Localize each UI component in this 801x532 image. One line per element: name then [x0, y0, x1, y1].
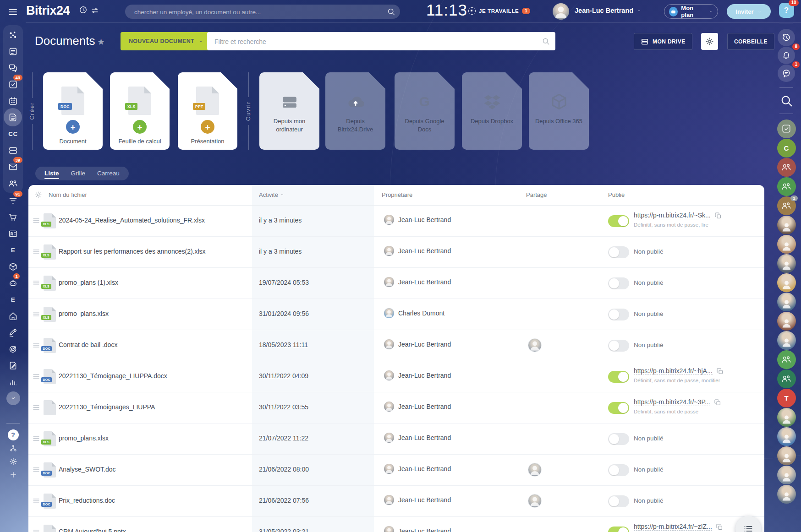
- publish-toggle[interactable]: [608, 402, 629, 414]
- copy-icon[interactable]: [714, 399, 721, 406]
- file-owner[interactable]: Jean-Luc Bertrand: [384, 495, 451, 505]
- drag-handle-icon[interactable]: [32, 403, 40, 412]
- shared-user-avatar[interactable]: [528, 494, 542, 508]
- file-name[interactable]: Analyse_SWOT.doc: [59, 466, 116, 473]
- drag-handle-icon[interactable]: [32, 248, 40, 256]
- create-card-feuille-de-calcul[interactable]: XLS+Feuille de calcul: [110, 72, 170, 150]
- open-card-depuis-mon-ordinateur[interactable]: Depuis mon ordinateur: [259, 72, 319, 150]
- column-name[interactable]: Nom du fichier: [49, 191, 87, 198]
- sidebar-item-warehouse[interactable]: [3, 308, 23, 324]
- file-name[interactable]: Rapport sur les performances des annonce…: [59, 248, 206, 255]
- sidebar-item-shop[interactable]: [3, 209, 23, 225]
- publish-toggle[interactable]: [608, 215, 629, 227]
- group-chat[interactable]: [777, 158, 796, 177]
- history-button[interactable]: [778, 29, 795, 46]
- app-logo[interactable]: Bitrix24: [26, 4, 70, 18]
- sidebar-item-more[interactable]: [3, 390, 23, 407]
- file-name[interactable]: promo_plans (1).xlsx: [59, 279, 118, 286]
- sidebar-item-marketing[interactable]: [3, 341, 23, 357]
- sidebar-item-structure[interactable]: [3, 441, 23, 455]
- work-timer[interactable]: 11:13: [426, 1, 467, 19]
- open-card-depuis-google-docs[interactable]: GDepuis Google Docs: [395, 72, 455, 150]
- group-chat[interactable]: [777, 177, 796, 196]
- sidebar-item-messenger[interactable]: [3, 60, 23, 76]
- user-avatar[interactable]: [777, 408, 796, 427]
- file-name[interactable]: Contrat de bail .docx: [59, 341, 117, 348]
- file-owner[interactable]: Jean-Luc Bertrand: [384, 246, 451, 256]
- user-avatar[interactable]: [777, 273, 796, 292]
- copy-icon[interactable]: [716, 368, 724, 375]
- search-icon[interactable]: [387, 7, 395, 16]
- drag-handle-icon[interactable]: [32, 434, 40, 443]
- publish-toggle[interactable]: [608, 527, 629, 532]
- drag-handle-icon[interactable]: [32, 279, 40, 287]
- file-owner[interactable]: Jean-Luc Bertrand: [384, 215, 451, 225]
- group-chat[interactable]: 1: [777, 196, 796, 215]
- sidebar-item-calendar[interactable]: [3, 92, 23, 109]
- sidebar-item-drive[interactable]: [3, 142, 23, 158]
- drag-handle-icon[interactable]: [32, 217, 40, 225]
- sidebar-item-add-item[interactable]: [3, 468, 23, 481]
- sidebar-item-mail[interactable]: 39: [3, 158, 23, 175]
- search-icon[interactable]: [779, 94, 793, 108]
- drag-handle-icon[interactable]: [32, 341, 40, 349]
- publish-toggle[interactable]: [608, 495, 629, 507]
- copy-icon[interactable]: [714, 212, 722, 219]
- sidebar-item-network[interactable]: [3, 27, 23, 43]
- sidebar-item-ai-assistant[interactable]: 1: [3, 275, 23, 291]
- sidebar-item-market-e[interactable]: E: [3, 242, 23, 258]
- publish-toggle[interactable]: [608, 246, 629, 258]
- publish-toggle[interactable]: [608, 340, 629, 352]
- clock-icon[interactable]: [79, 5, 88, 14]
- published-link[interactable]: https://p-m.bitrix24.fr/~hjA...: [634, 367, 713, 375]
- file-name[interactable]: 20221130_Témoignages_LIUPPA: [59, 403, 155, 411]
- file-name[interactable]: 20221130_Témoignage_LIUPPA.docx: [59, 372, 167, 380]
- open-card-depuis-bitrix24-drive[interactable]: Depuis Bitrix24.Drive: [325, 72, 385, 150]
- file-owner[interactable]: Jean-Luc Bertrand: [384, 402, 451, 412]
- search-icon[interactable]: [542, 37, 550, 45]
- user-avatar[interactable]: [777, 485, 796, 504]
- column-published[interactable]: Publié: [608, 191, 625, 198]
- group-chat[interactable]: [777, 350, 796, 369]
- file-name[interactable]: promo_plans.xlsx: [59, 310, 109, 317]
- drag-handle-icon[interactable]: [32, 528, 40, 532]
- work-status[interactable]: JE TRAVAILLE 1: [468, 7, 530, 15]
- file-owner[interactable]: Jean-Luc Bertrand: [384, 339, 451, 349]
- publish-toggle[interactable]: [608, 433, 629, 445]
- file-name[interactable]: CRM Aujourd'hui 5.pptx: [59, 528, 126, 532]
- user-avatar[interactable]: [777, 254, 796, 273]
- chat-c[interactable]: C: [777, 139, 796, 157]
- notifications-button[interactable]: 8: [778, 47, 795, 64]
- user-avatar[interactable]: [553, 3, 569, 20]
- shared-user-avatar[interactable]: [528, 338, 542, 352]
- file-name[interactable]: Prix_reductions.doc: [59, 497, 115, 504]
- chat-t[interactable]: T: [777, 389, 796, 407]
- publish-toggle[interactable]: [608, 277, 629, 289]
- create-card-document[interactable]: DOC+Document: [43, 72, 103, 150]
- sidebar-item-company-docs[interactable]: [3, 357, 23, 374]
- user-avatar[interactable]: [777, 293, 796, 311]
- file-name[interactable]: promo_plans.xlsx: [59, 434, 109, 442]
- chat-support-button[interactable]: 1: [778, 65, 795, 82]
- settings-gear-button[interactable]: [701, 33, 718, 50]
- user-avatar[interactable]: [777, 235, 796, 254]
- column-shared[interactable]: Partagé: [526, 191, 547, 198]
- sidebar-item-crm[interactable]: 91: [3, 192, 23, 209]
- column-owner[interactable]: Propriétaire: [382, 191, 412, 198]
- drag-handle-icon[interactable]: [32, 497, 40, 505]
- sidebar-item-sites[interactable]: [3, 258, 23, 275]
- published-link[interactable]: https://p-m.bitrix24.fr/~Sk...: [634, 212, 711, 219]
- sidebar-item-contact-center[interactable]: [3, 225, 23, 242]
- sidebar-item-settings[interactable]: [3, 455, 23, 468]
- sidebar-item-tasks[interactable]: 43: [3, 76, 23, 92]
- filter-search-input[interactable]: [214, 32, 536, 51]
- sidebar-item-groups[interactable]: [3, 175, 23, 191]
- drag-handle-icon[interactable]: [32, 372, 40, 380]
- file-owner[interactable]: Charles Dumont: [384, 308, 444, 318]
- user-avatar[interactable]: [777, 446, 796, 465]
- file-owner[interactable]: Jean-Luc Bertrand: [384, 370, 451, 380]
- column-activity[interactable]: Activité: [259, 191, 285, 198]
- sidebar-item-copilot[interactable]: CC: [3, 125, 23, 142]
- open-card-depuis-office-365[interactable]: Depuis Office 365: [529, 72, 589, 150]
- tab-liste[interactable]: Liste: [44, 167, 59, 180]
